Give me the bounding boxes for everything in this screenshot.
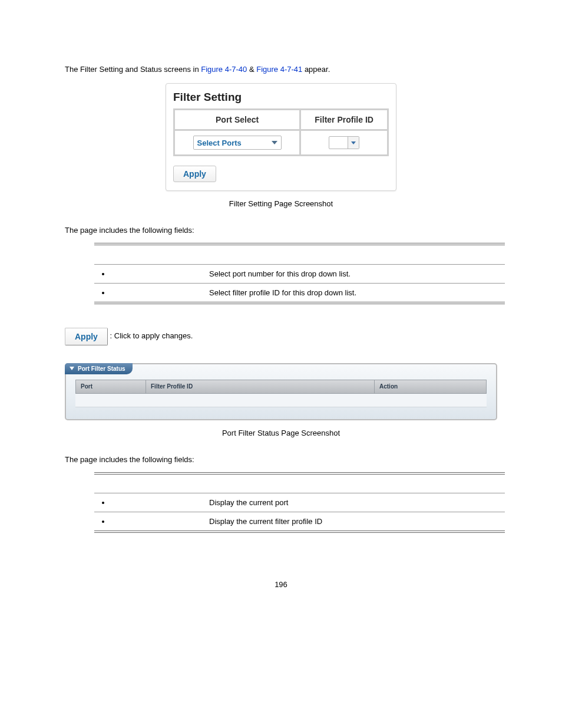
- field-desc: Select port number for this drop down li…: [203, 264, 505, 283]
- fields-label-2: The page includes the following fields:: [65, 455, 497, 464]
- status-header-port: Port: [75, 380, 146, 394]
- apply-chip[interactable]: Apply: [65, 328, 108, 345]
- port-select-label: Select Ports: [197, 139, 242, 147]
- table-row: Select filter profile ID for this drop d…: [94, 283, 505, 303]
- filter-setting-title: Filter Setting: [173, 90, 389, 108]
- page-number: 196: [65, 580, 497, 589]
- panel-tab-label: Port Filter Status: [78, 365, 125, 372]
- table-row: [75, 394, 487, 407]
- intro-amp: &: [249, 65, 256, 74]
- filter-caption: Filter Setting Page Screenshot: [65, 199, 497, 208]
- status-header-filter-profile-id: Filter Profile ID: [146, 380, 375, 394]
- filter-setting-table: Port Select Filter Profile ID Select Por…: [173, 108, 389, 156]
- header-filter-profile-id: Filter Profile ID: [300, 110, 388, 130]
- intro-prefix: The Filter Setting and Status screens in: [65, 65, 201, 74]
- dropdown-button: [348, 137, 359, 149]
- bullet-icon: [111, 269, 197, 278]
- bullet-icon: [111, 517, 197, 526]
- table-row: Select port number for this drop down li…: [94, 264, 505, 283]
- bullet-icon: [111, 288, 197, 297]
- apply-button[interactable]: Apply: [173, 166, 216, 182]
- field-desc: Display the current port: [203, 493, 505, 512]
- intro-suffix: appear.: [305, 65, 330, 74]
- status-caption: Port Filter Status Page Screenshot: [65, 429, 497, 437]
- chevron-down-icon: [70, 367, 74, 370]
- fields-table-1: Select port number for this drop down li…: [94, 243, 505, 304]
- chevron-down-icon: [272, 141, 277, 144]
- panel-tab[interactable]: Port Filter Status: [65, 363, 133, 374]
- port-select-dropdown[interactable]: Select Ports: [193, 136, 282, 150]
- field-desc: Select filter profile ID for this drop d…: [203, 283, 505, 303]
- status-table: Port Filter Profile ID Action: [75, 380, 487, 407]
- filter-setting-panel: Filter Setting Port Select Filter Profil…: [166, 83, 396, 191]
- header-port-select: Port Select: [174, 110, 300, 130]
- port-filter-status-panel: Port Filter Status Port Filter Profile I…: [65, 363, 497, 420]
- bullet-icon: [111, 498, 197, 507]
- intro-text: The Filter Setting and Status screens in…: [65, 65, 497, 74]
- figure-link-2[interactable]: Figure 4-7-41: [256, 65, 302, 74]
- filter-profile-dropdown[interactable]: [329, 136, 359, 149]
- apply-explain: Apply : Click to apply changes.: [65, 328, 497, 345]
- fields-label-1: The page includes the following fields:: [65, 226, 497, 235]
- status-header-action: Action: [375, 380, 487, 394]
- table-row: Display the current filter profile ID: [94, 512, 505, 532]
- apply-chip-text: : Click to apply changes.: [110, 331, 193, 340]
- table-row: Display the current port: [94, 493, 505, 512]
- fields-table-2: Display the current port Display the cur…: [94, 472, 505, 533]
- field-desc: Display the current filter profile ID: [203, 512, 505, 532]
- figure-link-1[interactable]: Figure 4-7-40: [201, 65, 247, 74]
- chevron-down-icon: [351, 141, 356, 144]
